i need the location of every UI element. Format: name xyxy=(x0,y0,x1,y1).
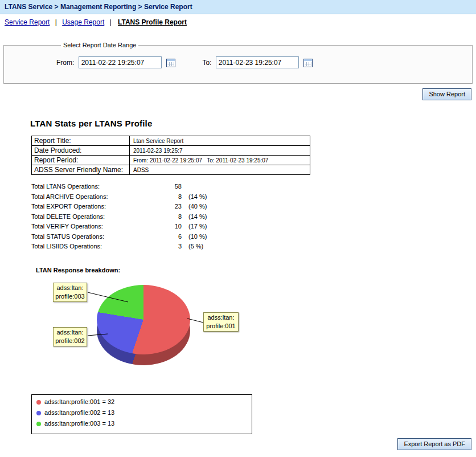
show-report-button[interactable]: Show Report xyxy=(422,88,471,100)
stat-value: 58 xyxy=(167,183,182,190)
stat-value: 8 xyxy=(167,193,182,200)
stat-label: Total DELETE Operations: xyxy=(31,213,167,220)
stat-row: Total ARCHIVE Operations:8(14 %) xyxy=(31,193,476,203)
nav-separator: | xyxy=(110,18,112,26)
to-calendar-icon[interactable] xyxy=(303,59,313,67)
pie-graphic xyxy=(97,285,190,366)
from-date-input[interactable] xyxy=(79,56,162,68)
legend-label: adss:ltan:profile:001 = 32 xyxy=(44,398,114,405)
stat-value: 23 xyxy=(167,203,182,210)
stat-percent: (10 %) xyxy=(188,233,207,240)
legend-entry: adss:ltan:profile:003 = 13 xyxy=(36,420,148,431)
info-value: Ltan Service Report xyxy=(130,136,310,146)
date-range-fieldset: Select Report Date Range From: To: xyxy=(3,42,473,84)
legend-label: adss:ltan:profile:003 = 13 xyxy=(44,420,114,427)
info-label: Report Period: xyxy=(32,156,130,165)
from-label: From: xyxy=(56,59,74,67)
stat-label: Total LTANS Operations: xyxy=(31,183,167,190)
stat-row: Total DELETE Operations:8(14 %) xyxy=(31,213,476,223)
stat-value: 6 xyxy=(167,233,182,240)
date-range-legend: Select Report Date Range xyxy=(61,42,138,48)
breadcrumb: LTANS Service > Management Reporting > S… xyxy=(0,0,476,14)
callout-profile-002: adss:ltan: profile:002 xyxy=(53,327,87,346)
stat-percent: (17 %) xyxy=(188,223,207,230)
from-calendar-icon[interactable] xyxy=(166,59,175,67)
info-value: ADSS xyxy=(130,165,310,175)
nav-ltans-profile-report[interactable]: LTANS Profile Report xyxy=(118,18,187,26)
stat-row: Total VERIFY Operations:10(17 %) xyxy=(31,223,476,233)
report-title: LTAN Stats per LTANS Profile xyxy=(30,119,476,128)
table-row: Report Title: Ltan Service Report xyxy=(32,136,310,146)
pie-chart: adss:ltan: profile:003 adss:ltan: profil… xyxy=(31,278,293,385)
stat-row: Total LTANS Operations:58 xyxy=(31,183,476,193)
table-row: Date Produced: 2011-02-23 19:25:7 xyxy=(32,146,310,156)
report-nav: Service Report | Usage Report | LTANS Pr… xyxy=(0,14,476,29)
to-label: To: xyxy=(202,59,211,67)
stats-list: Total LTANS Operations:58 Total ARCHIVE … xyxy=(31,183,476,253)
export-pdf-button[interactable]: Export Report as PDF xyxy=(397,438,471,450)
info-label: Report Title: xyxy=(32,136,130,146)
stat-label: Total ARCHIVE Operations: xyxy=(31,193,167,200)
stat-percent: (14 %) xyxy=(188,193,207,200)
legend-bullet-blue xyxy=(36,411,41,415)
stat-label: Total STATUS Operations: xyxy=(31,233,167,240)
stat-row: Total LISIIDS Operations:3(5 %) xyxy=(31,243,476,253)
to-date-input[interactable] xyxy=(216,56,299,68)
show-report-row: Show Report xyxy=(0,84,476,100)
stat-value: 10 xyxy=(167,223,182,230)
nav-service-report[interactable]: Service Report xyxy=(5,18,50,26)
table-row: ADSS Server Friendly Name: ADSS xyxy=(32,165,310,175)
legend-bullet-green xyxy=(36,422,41,426)
table-row: Report Period: From: 2011-02-22 19:25:07… xyxy=(32,156,310,165)
stat-label: Total LISIIDS Operations: xyxy=(31,243,167,250)
callout-profile-001: adss:ltan: profile:001 xyxy=(203,312,239,332)
breakdown-label: LTAN Response breakdown: xyxy=(36,267,476,274)
breadcrumb-text: LTANS Service > Management Reporting > S… xyxy=(5,3,192,11)
info-value: 2011-02-23 19:25:7 xyxy=(130,146,310,156)
stat-row: Total EXPORT Operations:23(40 %) xyxy=(31,203,476,213)
info-label: ADSS Server Friendly Name: xyxy=(32,165,130,175)
stat-percent: (40 %) xyxy=(188,203,207,210)
legend-entry: adss:ltan:profile:002 = 13 xyxy=(36,409,139,420)
info-value: From: 2011-02-22 19:25:07 To: 2011-02-23… xyxy=(130,156,310,165)
stat-percent: (14 %) xyxy=(188,213,207,220)
legend-entry: adss:ltan:profile:001 = 32 xyxy=(36,398,148,409)
stat-percent: (5 %) xyxy=(188,243,203,250)
stat-label: Total EXPORT Operations: xyxy=(31,203,167,210)
legend-label: adss:ltan:profile:002 = 13 xyxy=(44,409,114,416)
pie-top-layer xyxy=(97,285,190,354)
stat-row: Total STATUS Operations:6(10 %) xyxy=(31,233,476,243)
legend-bullet-red xyxy=(36,400,41,405)
nav-separator: | xyxy=(55,18,57,26)
info-label: Date Produced: xyxy=(32,146,130,156)
nav-usage-report[interactable]: Usage Report xyxy=(62,18,104,26)
stat-label: Total VERIFY Operations: xyxy=(31,223,167,230)
stat-value: 8 xyxy=(167,213,182,220)
callout-profile-003: adss:ltan: profile:003 xyxy=(53,283,87,302)
chart-legend: adss:ltan:profile:001 = 32adss:ltan:prof… xyxy=(31,394,252,434)
export-row: Export Report as PDF xyxy=(397,438,471,450)
stat-value: 3 xyxy=(167,243,182,250)
report-info-table: Report Title: Ltan Service Report Date P… xyxy=(31,136,310,175)
